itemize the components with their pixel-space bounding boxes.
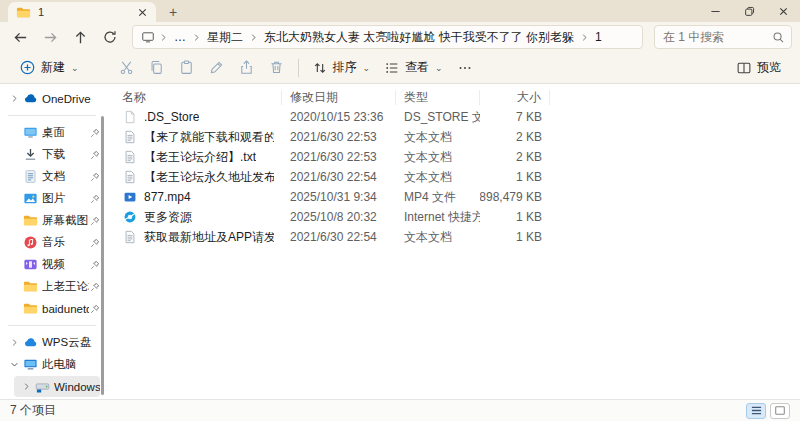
share-button[interactable] (232, 55, 262, 81)
view-button[interactable]: 查看 ⌄ (377, 55, 450, 81)
sidebar-item-label: Windows-SSD (54, 381, 100, 393)
breadcrumb-item[interactable]: 1 (593, 30, 604, 44)
delete-button[interactable] (262, 55, 292, 81)
computer-icon (22, 357, 38, 373)
command-toolbar: 新建 ⌄ 排序 ⌄ 查看 ⌄ 预览 (0, 52, 800, 84)
sidebar-divider (8, 325, 96, 326)
sidebar-item[interactable]: baidunetdisl (2, 298, 100, 319)
icons-view-toggle[interactable] (770, 403, 790, 419)
column-header-type[interactable]: 类型 (396, 90, 480, 105)
sidebar-item[interactable]: 音乐 (2, 232, 100, 253)
address-bar[interactable]: …星期二东北大奶熟女人妻 太亮啦好尴尬 快干我受不了了 你别老躲1 (132, 25, 643, 49)
file-row[interactable]: 【老王论坛介绍】.txt2021/6/30 22:53文本文档2 KB (114, 147, 800, 167)
more-options-button[interactable] (450, 55, 480, 81)
chevron-down-icon (8, 360, 20, 369)
minimize-button[interactable] (698, 0, 732, 22)
file-date: 2025/10/31 9:34 (282, 190, 396, 204)
search-input[interactable] (663, 30, 772, 44)
preview-button[interactable]: 预览 (729, 55, 788, 81)
close-icon (137, 7, 148, 18)
file-date: 2021/6/30 22:53 (282, 150, 396, 164)
file-row[interactable]: .DS_Store2020/10/15 23:36DS_STORE 文件7 KB (114, 107, 800, 127)
file-size: 1 KB (480, 210, 550, 224)
music-icon (22, 235, 38, 251)
column-header-name[interactable]: 名称 (114, 90, 282, 105)
sidebar-divider (8, 115, 96, 116)
back-button[interactable] (6, 25, 34, 49)
new-tab-button[interactable]: + (162, 2, 184, 22)
file-name-cell[interactable]: 877.mp4 (114, 189, 282, 205)
file-name: .DS_Store (144, 110, 199, 124)
file-type: DS_STORE 文件 (396, 109, 480, 126)
details-view-toggle[interactable] (746, 403, 766, 419)
sidebar-item[interactable]: 图片 (2, 188, 100, 209)
preview-pane-icon (736, 60, 752, 76)
sidebar-item[interactable]: 桌面 (2, 122, 100, 143)
sidebar-item[interactable]: 文档 (2, 166, 100, 187)
file-name-cell[interactable]: 【来了就能下载和观看的论坛，纯免费！】.txt (114, 129, 282, 146)
file-row[interactable]: 【来了就能下载和观看的论坛，纯免费！】.txt2021/6/30 22:53文本… (114, 127, 800, 147)
column-header-size[interactable]: 大小 (480, 90, 550, 105)
delete-icon (268, 59, 285, 76)
toolbar-separator (298, 59, 299, 77)
maximize-button[interactable] (732, 0, 766, 22)
sidebar-item-label: 桌面 (42, 125, 89, 140)
sidebar-item[interactable]: Windows-SSD (14, 376, 100, 397)
forward-button[interactable] (36, 25, 64, 49)
folder-icon (22, 279, 38, 295)
cut-button[interactable] (112, 55, 142, 81)
file-name-cell[interactable]: .DS_Store (114, 109, 282, 125)
tab-close-icon[interactable] (134, 4, 150, 20)
sidebar-item[interactable]: 视频 (2, 254, 100, 275)
up-button[interactable] (66, 25, 94, 49)
file-row[interactable]: 更多资源2025/10/8 20:32Internet 快捷方式1 KB (114, 207, 800, 227)
file-size: 2 KB (480, 150, 550, 164)
file-name-cell[interactable]: 【老王论坛介绍】.txt (114, 149, 282, 166)
sort-button[interactable]: 排序 ⌄ (305, 55, 378, 81)
sidebar-item[interactable]: WPS云盘 (2, 332, 100, 353)
file-row[interactable]: 877.mp42025/10/31 9:34MP4 文件898,479 KB (114, 187, 800, 207)
new-plus-icon (19, 59, 36, 76)
paste-button[interactable] (172, 55, 202, 81)
file-row[interactable]: 【老王论坛永久地址发布页】.txt2021/6/30 22:54文本文档1 KB (114, 167, 800, 187)
search-box[interactable] (654, 25, 792, 49)
folder-icon (22, 301, 38, 317)
close-button[interactable] (766, 0, 800, 22)
file-row[interactable]: 获取最新地址及APP请发邮箱自动获取.txt2021/6/30 22:54文本文… (114, 227, 800, 247)
main-area: OneDrive桌面下载文档图片屏幕截图音乐视频上老王论坛当baidunetdi… (0, 84, 800, 399)
pin-icon (89, 238, 100, 248)
file-name: 【老王论坛介绍】.txt (144, 149, 256, 166)
rename-button[interactable] (202, 55, 232, 81)
sort-button-label: 排序 (333, 59, 357, 76)
file-name-cell[interactable]: 更多资源 (114, 209, 282, 226)
sidebar-scrollbar[interactable] (101, 116, 104, 395)
sort-icon (312, 60, 328, 76)
copy-button[interactable] (142, 55, 172, 81)
breadcrumb-item[interactable]: 东北大奶熟女人妻 太亮啦好尴尬 快干我受不了了 你别老躲 (262, 29, 576, 46)
sidebar-item[interactable]: 此电脑 (2, 354, 100, 375)
file-date: 2021/6/30 22:54 (282, 170, 396, 184)
file-type: 文本文档 (396, 169, 480, 186)
sidebar-item-label: 屏幕截图 (42, 213, 89, 228)
rename-icon (208, 59, 225, 76)
text-file-icon (122, 149, 138, 165)
breadcrumb-item[interactable]: … (172, 30, 188, 44)
explorer-tab[interactable]: 1 (8, 2, 156, 22)
sidebar-item[interactable]: OneDrive (2, 88, 100, 109)
new-button[interactable]: 新建 ⌄ (12, 55, 86, 81)
sidebar-item[interactable]: 下载 (2, 144, 100, 165)
file-name-cell[interactable]: 【老王论坛永久地址发布页】.txt (114, 169, 282, 186)
file-name-cell[interactable]: 获取最新地址及APP请发邮箱自动获取.txt (114, 229, 282, 246)
file-size: 1 KB (480, 170, 550, 184)
breadcrumb-item[interactable]: 星期二 (205, 29, 245, 46)
file-explorer-window: 1 + …星期二东北大奶熟女人妻 太亮啦好尴尬 快干我受不了了 你别老躲1 新建… (0, 0, 800, 421)
sidebar-item[interactable]: 上老王论坛当 (2, 276, 100, 297)
folder-icon (16, 5, 31, 20)
refresh-button[interactable] (96, 25, 124, 49)
video-file-icon (122, 189, 138, 205)
column-header-date[interactable]: 修改日期 (282, 90, 396, 105)
file-size: 1 KB (480, 230, 550, 244)
sidebar-item-label: 图片 (42, 191, 89, 206)
new-button-label: 新建 (41, 59, 65, 76)
sidebar-item[interactable]: 屏幕截图 (2, 210, 100, 231)
